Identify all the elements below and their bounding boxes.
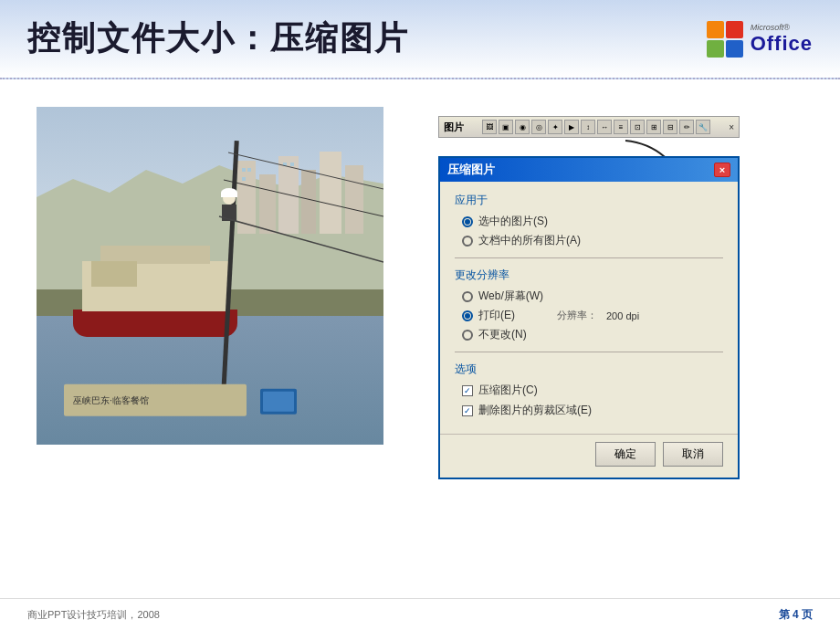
toolbar-icon-7[interactable]: ↕ (581, 120, 595, 134)
toolbar-icon-11[interactable]: ⊞ (646, 120, 661, 134)
grid-cell-red (726, 21, 743, 38)
footer-left-text: 商业PPT设计技巧培训，2008 (27, 608, 160, 622)
dialog-title: 压缩图片 (447, 162, 495, 178)
cancel-button[interactable]: 取消 (663, 442, 723, 467)
radio-all-indicator (462, 236, 473, 247)
svg-line-12 (219, 216, 383, 262)
checkbox-compress[interactable]: 压缩图片(C) (462, 383, 723, 398)
options-group: 压缩图片(C) 删除图片的剪裁区域(E) (462, 383, 723, 418)
radio-selected-image[interactable]: 选中的图片(S) (462, 214, 723, 229)
checkbox-delete-crop[interactable]: 删除图片的剪裁区域(E) (462, 403, 723, 418)
toolbar-icon-3[interactable]: ◉ (515, 120, 530, 134)
radio-web-label: Web/屏幕(W) (478, 289, 543, 304)
dialog-footer: 确定 取消 (440, 434, 738, 478)
dialog-titlebar: 压缩图片 × (440, 158, 738, 182)
compress-checkbox[interactable] (462, 385, 473, 396)
photo-container: 巫峡巴东·临客餐馆 (37, 107, 383, 445)
toolbar-icon-2[interactable]: ▣ (499, 120, 513, 134)
radio-web[interactable]: Web/屏幕(W) (462, 289, 723, 304)
toolbar-icon-13[interactable]: ✏ (679, 120, 694, 134)
dialog-body: 应用于 选中的图片(S) 文档中的所有图片(A) 更改分辨率 (440, 182, 738, 434)
toolbar-title: 图片 (444, 121, 464, 134)
svg-line-14 (228, 152, 383, 189)
toolbar-close-btn[interactable]: × (729, 122, 734, 132)
toolbar-icon-5[interactable]: ✦ (548, 120, 562, 134)
main-content: 巫峡巴东·临客餐馆 图片 🖼 ▣ ◉ ◎ ✦ ▶ ↕ ↔ ≡ ⊡ ⊞ ⊟ (0, 79, 840, 507)
footer-suffix: 页 (802, 608, 813, 621)
footer-right-text: 第 4 页 (779, 607, 813, 623)
photo-scene: 巫峡巴东·临客餐馆 (37, 107, 383, 445)
toolbar-icon-4[interactable]: ◎ (531, 120, 546, 134)
svg-line-13 (224, 180, 383, 216)
toolbar-icons: 🖼 ▣ ◉ ◎ ✦ ▶ ↕ ↔ ≡ ⊡ ⊞ ⊟ ✏ 🔧 (482, 120, 710, 134)
toolbar-icon-6[interactable]: ▶ (564, 120, 579, 134)
office-grid-icon (707, 21, 743, 58)
dpi-label: 分辨率： (557, 309, 597, 322)
radio-selected-label: 选中的图片(S) (478, 214, 548, 229)
footer: 商业PPT设计技巧培训，2008 第 4 页 (0, 598, 840, 630)
options-label: 选项 (455, 362, 723, 377)
microsoft-label: Microsoft® (751, 23, 790, 32)
radio-print[interactable]: 打印(E) 分辨率： 200 dpi (462, 308, 723, 323)
divider-1 (455, 257, 723, 258)
dialog-close-button[interactable]: × (714, 163, 730, 177)
toolbar-icon-1[interactable]: 🖼 (482, 120, 497, 134)
toolbar-icon-14[interactable]: 🔧 (696, 120, 710, 134)
apply-to-group: 选中的图片(S) 文档中的所有图片(A) (462, 214, 723, 248)
radio-web-indicator (462, 291, 473, 302)
radio-nochange-indicator (462, 330, 473, 341)
radio-selected-indicator (462, 216, 473, 227)
divider-2 (455, 352, 723, 352)
compress-dialog: 压缩图片 × 应用于 选中的图片(S) 文档中的所有图片(A) (438, 156, 740, 479)
radio-print-label: 打印(E) (478, 308, 515, 323)
office-logo: Microsoft® Office (707, 21, 813, 58)
grid-cell-green (707, 40, 724, 58)
delete-crop-checkbox[interactable] (462, 405, 473, 416)
grid-cell-orange (707, 21, 724, 38)
toolbar-icon-8[interactable]: ↔ (597, 120, 612, 134)
footer-prefix: 第 (779, 608, 790, 621)
svg-rect-18 (263, 392, 294, 412)
resolution-group: Web/屏幕(W) 打印(E) 分辨率： 200 dpi 不更改(N) (462, 289, 723, 342)
grid-cell-blue (726, 40, 743, 58)
radio-nochange-label: 不更改(N) (478, 327, 527, 342)
toolbar-icon-12[interactable]: ⊟ (663, 120, 677, 134)
dialog-area: 图片 🖼 ▣ ◉ ◎ ✦ ▶ ↕ ↔ ≡ ⊡ ⊞ ⊟ ✏ 🔧 × (438, 116, 803, 479)
svg-text:巫峡巴东·临客餐馆: 巫峡巴东·临客餐馆 (73, 395, 149, 405)
page-title: 控制文件大小：压缩图片 (27, 16, 409, 61)
page-number: 4 (793, 608, 799, 621)
dpi-value: 200 dpi (606, 310, 639, 321)
apply-to-label: 应用于 (455, 193, 723, 208)
delete-crop-label: 删除图片的剪裁区域(E) (478, 403, 592, 418)
image-toolbar: 图片 🖼 ▣ ◉ ◎ ✦ ▶ ↕ ↔ ≡ ⊡ ⊞ ⊟ ✏ 🔧 × (438, 116, 740, 138)
resolution-label: 更改分辨率 (455, 268, 723, 283)
office-label: Office (751, 32, 813, 56)
toolbar-icon-9[interactable]: ≡ (614, 120, 628, 134)
radio-all-images[interactable]: 文档中的所有图片(A) (462, 233, 723, 248)
radio-all-label: 文档中的所有图片(A) (478, 233, 581, 248)
sign-area-svg: 巫峡巴东·临客餐馆 (37, 377, 383, 428)
compress-label: 压缩图片(C) (478, 383, 538, 398)
toolbar-icon-10[interactable]: ⊡ (630, 120, 645, 134)
ok-button[interactable]: 确定 (595, 442, 656, 467)
header: 控制文件大小：压缩图片 Microsoft® Office (0, 0, 840, 79)
office-text: Microsoft® Office (751, 23, 813, 56)
radio-no-change[interactable]: 不更改(N) (462, 327, 723, 342)
radio-print-indicator (462, 310, 473, 321)
